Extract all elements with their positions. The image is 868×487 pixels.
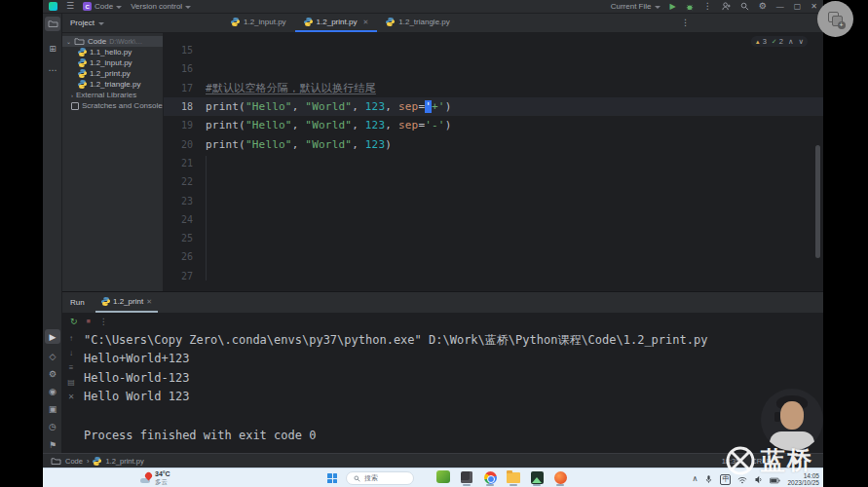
editor-line-19[interactable]: 19print("Hello", "World", 123, sep='-') bbox=[164, 116, 823, 134]
tree-file-1.2_input.py[interactable]: 1.2_input.py bbox=[62, 57, 163, 68]
editor-line-16[interactable]: 16 bbox=[164, 59, 823, 78]
app-file-explorer[interactable] bbox=[507, 470, 520, 486]
run-console[interactable]: ↑↓≡▤✕ "C:\Users\Copy Zero\.conda\envs\py… bbox=[62, 329, 823, 453]
run-anything-icon[interactable]: ◉ bbox=[45, 384, 60, 398]
app-image-viewer[interactable] bbox=[530, 470, 544, 486]
tray-expand-icon[interactable]: ∧ bbox=[693, 475, 698, 483]
rerun-icon[interactable]: ↻ bbox=[70, 317, 78, 326]
editor-line-21[interactable]: 21 bbox=[164, 154, 823, 172]
code-editor[interactable]: 151617#默认以空格分隔，默认以换行结尾18print("Hello", "… bbox=[164, 33, 823, 291]
close-button[interactable]: ✕ bbox=[811, 2, 817, 11]
volume-icon[interactable] bbox=[754, 470, 763, 487]
screen: ☰ C Code Version control Current File ▶ … bbox=[0, 0, 868, 487]
python-file-icon bbox=[304, 18, 313, 26]
settings-tool-icon[interactable]: ⚙ bbox=[45, 366, 60, 381]
tree-file-1.2_print.py[interactable]: 1.2_print.py bbox=[62, 68, 163, 79]
console-more-icon[interactable]: ⋮ bbox=[99, 317, 108, 326]
microphone-icon[interactable] bbox=[704, 470, 713, 487]
caret-position[interactable]: 18:35 bbox=[722, 457, 740, 466]
status-bar: Code › 1.2_print.py 18:35 CRLF bbox=[43, 453, 823, 468]
chevron-down-icon bbox=[655, 6, 660, 9]
taskbar-apps bbox=[436, 470, 567, 486]
tab-1.2_triangle.py[interactable]: 1.2_triangle.py bbox=[377, 14, 458, 32]
editor-line-18[interactable]: 18print("Hello", "World", 123, sep='+') bbox=[164, 97, 823, 116]
ime-indicator[interactable]: 中 bbox=[720, 474, 731, 485]
editor-line-15[interactable]: 15 bbox=[164, 41, 823, 59]
close-tab-icon[interactable]: ✕ bbox=[362, 19, 368, 26]
editor-line-24[interactable]: 24 bbox=[164, 210, 823, 229]
tree-root[interactable]: ⌄CodeD:\Work\蓝桥\Python课程 bbox=[62, 36, 163, 47]
breadcrumb-file[interactable]: 1.2_print.py bbox=[105, 457, 143, 466]
battery-icon[interactable] bbox=[770, 470, 780, 487]
problems-tool-icon[interactable]: ◷ bbox=[45, 419, 60, 433]
soft-wrap-icon[interactable]: ≡ bbox=[69, 363, 74, 372]
editor-scrollbar[interactable] bbox=[815, 145, 820, 258]
console-toolbar: ↑↓≡▤✕ bbox=[64, 334, 78, 401]
close-run-tab-icon[interactable]: ✕ bbox=[146, 298, 152, 306]
tab-options-icon[interactable]: ⋮ bbox=[681, 18, 690, 27]
editor-line-27[interactable]: 27 bbox=[164, 267, 823, 285]
app-plant[interactable] bbox=[436, 470, 450, 486]
run-tab[interactable]: 1.2_print ✕ bbox=[95, 292, 158, 313]
maximize-button[interactable]: ▢ bbox=[794, 2, 802, 11]
wifi-icon[interactable] bbox=[737, 470, 747, 487]
tool-window-stripe: ⊞⋯▶◇⚙◉▣◷⚑ bbox=[43, 14, 62, 453]
next-problem-icon[interactable]: ∨ bbox=[799, 37, 805, 46]
up-stack-icon[interactable]: ↑ bbox=[69, 334, 73, 343]
search-everywhere-icon[interactable] bbox=[740, 2, 749, 11]
app-orange[interactable] bbox=[553, 470, 567, 486]
more-tools-icon[interactable]: ⋯ bbox=[45, 62, 60, 77]
python-file-icon bbox=[78, 80, 87, 89]
tree-item-external-libraries[interactable]: ›External Libraries bbox=[62, 90, 163, 100]
vcs-widget[interactable]: Version control bbox=[131, 2, 191, 11]
services-tool-icon[interactable]: ⚑ bbox=[45, 437, 60, 452]
project-widget[interactable]: C Code bbox=[83, 2, 122, 11]
run-config-selector[interactable]: Current File bbox=[611, 2, 660, 11]
tab-1.2_print.py[interactable]: 1.2_print.py✕ bbox=[295, 14, 378, 32]
line-separator[interactable]: CRLF bbox=[751, 457, 771, 466]
terminal-tool-icon[interactable]: ▣ bbox=[45, 401, 60, 416]
inspection-widget[interactable]: ▲ 3 ✓ 2 ∧ ∨ bbox=[751, 36, 808, 47]
more-actions-icon[interactable]: ⋮ bbox=[703, 2, 712, 11]
app-dark[interactable] bbox=[460, 470, 473, 486]
clear-console-icon[interactable]: ✕ bbox=[68, 393, 75, 401]
run-button[interactable]: ▶ bbox=[670, 2, 676, 11]
stop-icon[interactable]: ■ bbox=[87, 318, 91, 324]
editor-line-26[interactable]: 26 bbox=[164, 247, 823, 266]
tree-file-1.2_triangle.py[interactable]: 1.2_triangle.py bbox=[62, 79, 163, 90]
pycharm-window: ☰ C Code Version control Current File ▶ … bbox=[43, 0, 823, 468]
weather-widget[interactable]: 34°C 多云 bbox=[140, 470, 170, 486]
screen-capture-button[interactable]: + bbox=[817, 1, 853, 37]
settings-gear-icon[interactable]: ⚙ bbox=[759, 2, 767, 11]
editor-line-22[interactable]: 22 bbox=[164, 172, 823, 191]
editor-lines: 151617#默认以空格分隔，默认以换行结尾18print("Hello", "… bbox=[164, 41, 823, 285]
tab-1.2_input.py[interactable]: 1.2_input.py bbox=[222, 14, 295, 32]
debug-button[interactable] bbox=[686, 3, 694, 11]
python-file-icon bbox=[78, 48, 87, 56]
prev-problem-icon[interactable]: ∧ bbox=[788, 37, 794, 46]
taskbar-search[interactable]: 搜索 bbox=[346, 471, 414, 485]
tree-item-scratches-and-consoles[interactable]: Scratches and Consoles bbox=[62, 100, 163, 111]
title-bar: ☰ C Code Version control Current File ▶ … bbox=[43, 0, 823, 14]
app-chrome[interactable] bbox=[483, 470, 497, 486]
scroll-end-icon[interactable]: ▤ bbox=[67, 378, 75, 387]
run-tool-icon[interactable]: ▶ bbox=[45, 329, 60, 344]
tree-file-1.1_hello.py[interactable]: 1.1_hello.py bbox=[62, 47, 163, 57]
project-tool-icon[interactable] bbox=[45, 17, 60, 31]
warning-icon: ▲ bbox=[755, 39, 761, 45]
down-stack-icon[interactable]: ↓ bbox=[69, 349, 73, 357]
code-with-me-icon[interactable] bbox=[722, 2, 731, 11]
project-panel-header[interactable]: Project bbox=[62, 19, 166, 27]
editor-line-20[interactable]: 20print("Hello", "World", 123) bbox=[164, 134, 823, 153]
project-tree: ⌄CodeD:\Work\蓝桥\Python课程1.1_hello.py1.2_… bbox=[62, 33, 164, 291]
editor-line-17[interactable]: 17#默认以空格分隔，默认以换行结尾 bbox=[164, 79, 823, 97]
editor-line-25[interactable]: 25 bbox=[164, 229, 823, 247]
commit-tool-icon[interactable]: ◇ bbox=[45, 349, 60, 363]
structure-tool-icon[interactable]: ⊞ bbox=[45, 41, 60, 56]
start-button[interactable] bbox=[327, 473, 337, 483]
tray-clock[interactable]: 14:05 2023/10/25 bbox=[787, 472, 819, 487]
editor-line-23[interactable]: 23 bbox=[164, 191, 823, 209]
breadcrumb-root[interactable]: Code bbox=[65, 457, 83, 466]
minimize-button[interactable]: — bbox=[776, 2, 784, 11]
main-menu-icon[interactable]: ☰ bbox=[66, 2, 74, 11]
